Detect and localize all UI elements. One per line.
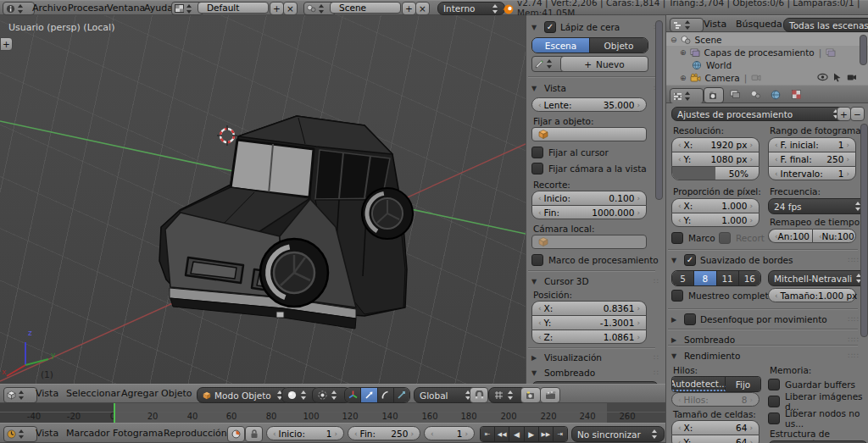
local-camera-field[interactable] — [531, 235, 647, 249]
expand-icon[interactable]: ⊕ — [680, 48, 687, 57]
manipulator-axes-button[interactable] — [345, 388, 361, 402]
opengl-render-button[interactable] — [520, 387, 541, 403]
threads-fixed-button[interactable]: Fijo — [726, 377, 760, 391]
panel-vista[interactable]: ▼ Vista∷ — [531, 81, 659, 95]
save-buffers-checkbox[interactable] — [768, 379, 780, 390]
menu-vista-outliner[interactable]: Vista — [704, 16, 726, 31]
free-images-checkbox[interactable] — [768, 396, 780, 407]
remove-preset-button[interactable]: − — [850, 107, 865, 121]
editor-type-timeline-selector[interactable] — [3, 426, 37, 442]
aspect-y-field[interactable]: ‹Y:1.000› — [671, 213, 760, 227]
full-sample-checkbox[interactable] — [671, 290, 683, 302]
aa-filter-select[interactable]: Mitchell-Netravali — [768, 270, 868, 286]
clip-end-field[interactable]: ‹Fin:1000.000› — [531, 205, 647, 219]
frame-start-field[interactable]: ‹Inicio:1› — [266, 426, 344, 440]
panel-visualizacion[interactable]: ▶ Visualización∷ — [531, 351, 659, 364]
aa-size-field[interactable]: ‹Tamaño:1.000 px› — [768, 288, 856, 302]
aspect-x-field[interactable]: ‹X:1.000› — [671, 198, 760, 213]
current-frame-marker[interactable] — [114, 403, 115, 423]
menu-ayuda[interactable]: Ayuda — [144, 1, 173, 14]
properties-scrollbar[interactable] — [860, 124, 868, 337]
lens-field[interactable]: ‹Lente:35.000› — [531, 97, 647, 112]
play-button[interactable]: ▶ — [525, 427, 539, 441]
manipulator-translate-button[interactable] — [361, 388, 377, 402]
frame-end-prop-field[interactable]: ‹F. final:250› — [768, 152, 856, 166]
panel-cursor-3d[interactable]: ▼ Cursor 3D∷ — [531, 274, 659, 288]
editor-type-3dview-selector[interactable] — [3, 387, 37, 403]
outliner-scrollbar[interactable] — [860, 35, 867, 65]
renderability-camera-icon[interactable] — [847, 73, 857, 81]
tab-scene[interactable] — [746, 87, 765, 102]
panel-grip[interactable]: ∷∷ — [849, 256, 860, 264]
editor-type-outliner-selector[interactable] — [670, 18, 704, 32]
manipulator-scale-button[interactable] — [394, 388, 409, 402]
outliner-filter-select[interactable]: Todas las escenas — [783, 18, 868, 32]
expand-icon[interactable]: ⊕ — [680, 74, 687, 82]
lock-camera-checkbox[interactable] — [531, 163, 543, 174]
opengl-render-anim-button[interactable] — [540, 387, 560, 403]
menu-seleccionar[interactable]: Seleccionar — [66, 385, 120, 402]
add-layout-button[interactable]: + — [270, 2, 284, 15]
add-scene-button[interactable]: + — [402, 2, 416, 15]
menu-marcador[interactable]: Marcador — [66, 424, 110, 442]
tab-render[interactable] — [704, 87, 724, 103]
lock-range-button[interactable] — [245, 426, 263, 442]
resolution-x-field[interactable]: ‹X:1920 px› — [671, 137, 760, 152]
panel-performance[interactable]: ▼ Rendimiento∷∷ — [671, 349, 860, 363]
resolution-y-field[interactable]: ‹Y:1080 px› — [671, 152, 760, 166]
interaction-mode-select[interactable]: Modo Objeto — [197, 387, 290, 403]
menu-archivo[interactable]: Archivo — [32, 1, 67, 14]
grease-pencil-checkbox[interactable]: ✓ — [544, 21, 556, 33]
resolution-percentage-slider[interactable]: 50% — [671, 166, 760, 180]
aa-samples-8[interactable]: 8 — [694, 271, 716, 285]
panel-grease-pencil[interactable]: ▼ ✓ Lápiz de cera∷ — [531, 20, 659, 34]
scene-name-field[interactable]: Scene — [330, 2, 401, 14]
time-remap-new-field[interactable]: ‹Nu:100 — [812, 229, 856, 243]
3d-cursor[interactable] — [217, 125, 237, 146]
transform-orientation-select[interactable]: Global — [414, 387, 478, 403]
free-images-row[interactable]: Liberar imágenes d... — [768, 396, 868, 407]
add-preset-button[interactable]: + — [837, 107, 851, 121]
antialias-checkbox[interactable]: ✓ — [684, 254, 696, 266]
lock-camera-row[interactable]: Fijar cámara a la vista — [531, 163, 647, 174]
menu-procesar[interactable]: Procesar — [68, 1, 108, 14]
lock-object-field[interactable] — [531, 127, 647, 141]
menu-fotograma[interactable]: Fotograma — [113, 424, 163, 442]
free-nodes-checkbox[interactable] — [768, 413, 780, 424]
preview-range-button[interactable] — [227, 426, 245, 442]
panel-sombreado-view[interactable]: ▼ Sombreado∷ — [531, 366, 659, 379]
grease-new-button[interactable]: +Nuevo — [560, 56, 648, 72]
menu-ventana[interactable]: Ventana — [107, 1, 145, 14]
jump-to-start-button[interactable]: ⇤ — [481, 427, 495, 441]
toolshelf-expand-button[interactable]: + — [0, 37, 13, 51]
lock-cursor-checkbox[interactable] — [531, 147, 543, 158]
frame-end-field[interactable]: ‹Fin:250› — [348, 426, 420, 440]
panel-antialias[interactable]: ▼ ✓ Suavizado de bordes∷∷ — [671, 253, 860, 267]
cursor-z-field[interactable]: ‹Z:1.0861› — [531, 329, 647, 344]
border-checkbox[interactable] — [671, 232, 683, 244]
panel-grip[interactable]: ∷ — [654, 353, 659, 362]
tab-escena[interactable]: Escena — [532, 38, 590, 53]
clip-start-field[interactable]: ‹Inicio:0.100› — [531, 191, 647, 205]
panel-grip[interactable]: ∷∷ — [849, 352, 860, 360]
border-row[interactable]: Marco — [671, 232, 715, 244]
next-keyframe-button[interactable]: ▶▶ — [539, 427, 554, 441]
menu-vista-timeline[interactable]: Vista — [36, 424, 58, 442]
tab-texture[interactable] — [787, 87, 805, 102]
tile-x-field[interactable]: ‹X:64› — [671, 420, 760, 435]
panel-motion-blur[interactable]: ▶ Desenfoque por movimiento∷∷ — [671, 313, 860, 326]
panel-grip[interactable]: ∷∷ — [849, 335, 860, 344]
aa-samples-16[interactable]: 16 — [739, 271, 760, 285]
timeline-canvas[interactable]: -40 -20 0 20 40 60 80 100 120 140 160 18… — [0, 403, 665, 423]
play-reverse-button[interactable]: ◀ — [509, 427, 524, 441]
crop-row[interactable]: Recort — [719, 232, 765, 244]
outliner-row-world[interactable]: World — [666, 58, 868, 71]
render-engine-select[interactable]: Interno — [437, 2, 505, 15]
selectability-cursor-icon[interactable] — [833, 73, 842, 82]
tab-world[interactable] — [766, 87, 785, 102]
free-nodes-row[interactable]: Liberar nodos no us... — [768, 413, 868, 424]
crop-checkbox[interactable] — [719, 232, 731, 244]
close-scene-button[interactable]: × — [415, 2, 430, 15]
manipulator-rotate-button[interactable] — [378, 388, 394, 402]
menu-busqueda[interactable]: Búsqueda — [736, 16, 782, 31]
